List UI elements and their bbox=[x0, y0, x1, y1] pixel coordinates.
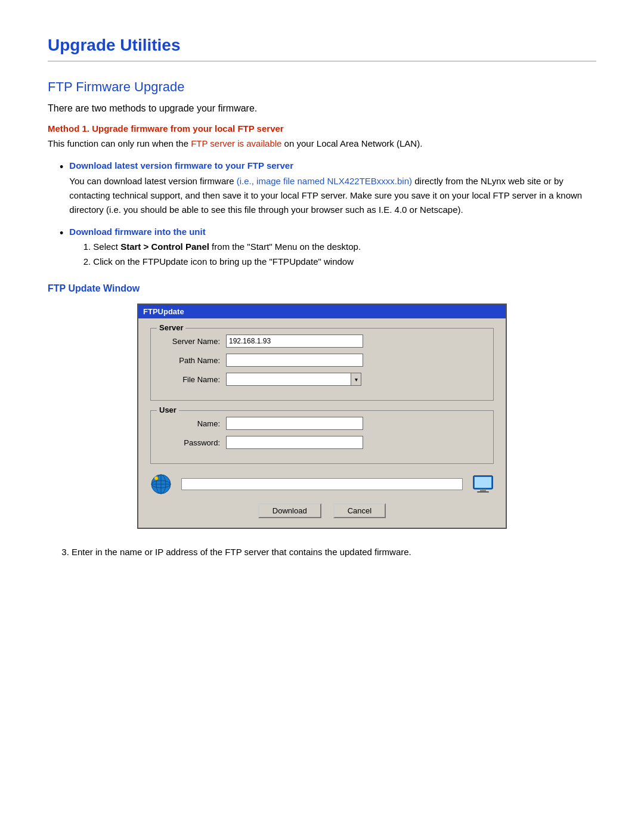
monitor-icon bbox=[472, 473, 494, 495]
dialog-title: FTPUpdate bbox=[138, 305, 506, 318]
path-name-input[interactable] bbox=[226, 354, 363, 367]
server-group-box: Server Server Name: Path Name: File Name… bbox=[150, 328, 494, 401]
intro-text: There are two methods to upgrade your fi… bbox=[48, 103, 596, 114]
file-name-row: File Name: ▾ bbox=[160, 373, 484, 386]
method1-heading: Method 1. Upgrade firmware from your loc… bbox=[48, 123, 596, 134]
method1-desc: This function can only run when the FTP … bbox=[48, 138, 596, 148]
section-title: FTP Firmware Upgrade bbox=[48, 79, 596, 95]
svg-rect-7 bbox=[475, 477, 491, 488]
step1-bold: Start > Control Panel bbox=[120, 241, 209, 252]
user-group-box: User Name: Password: bbox=[150, 410, 494, 464]
globe-icon bbox=[150, 473, 172, 495]
server-name-label: Server Name: bbox=[160, 337, 226, 346]
cancel-button[interactable]: Cancel bbox=[333, 503, 386, 518]
bullet-dot-2: • bbox=[60, 227, 63, 240]
method1-highlight: FTP server is available bbox=[191, 138, 281, 148]
server-group-label: Server bbox=[157, 323, 185, 332]
download-button[interactable]: Download bbox=[258, 503, 321, 518]
ftp-update-window-heading: FTP Update Window bbox=[48, 283, 596, 294]
numbered-list: Select Start > Control Panel from the "S… bbox=[93, 241, 361, 267]
step3-item: Enter in the name or IP address of the F… bbox=[72, 547, 596, 557]
file-name-label: File Name: bbox=[160, 375, 226, 384]
bullet-dot-1: • bbox=[60, 161, 63, 174]
step1-item: Select Start > Control Panel from the "S… bbox=[93, 241, 361, 252]
ftp-dialog: FTPUpdate Server Server Name: Path Name:… bbox=[137, 304, 507, 529]
file-name-input[interactable] bbox=[226, 373, 351, 386]
progress-bar bbox=[181, 478, 463, 490]
buttons-row: Download Cancel bbox=[150, 503, 494, 518]
bullet-section: • Download latest version firmware to yo… bbox=[60, 160, 596, 271]
bullet-item-2: • Download firmware into the unit Select… bbox=[60, 227, 596, 271]
bullet1-label: Download latest version firmware to your… bbox=[69, 160, 596, 171]
divider bbox=[48, 61, 596, 61]
progress-area bbox=[150, 473, 494, 495]
method1-desc-after: on your Local Area Network (LAN). bbox=[281, 138, 422, 148]
server-name-input[interactable] bbox=[226, 335, 363, 348]
svg-point-5 bbox=[154, 476, 158, 480]
bullet-item-1: • Download latest version firmware to yo… bbox=[60, 160, 596, 217]
password-label: Password: bbox=[160, 438, 226, 447]
svg-rect-9 bbox=[477, 491, 489, 493]
bullet1-body-before: You can download latest version firmware bbox=[69, 176, 236, 186]
svg-rect-8 bbox=[480, 489, 486, 491]
step3-list: Enter in the name or IP address of the F… bbox=[72, 547, 596, 557]
step1-before: Select bbox=[93, 241, 120, 252]
bullet1-body: You can download latest version firmware… bbox=[69, 174, 596, 217]
user-name-row: Name: bbox=[160, 417, 484, 430]
bullet-content-2: Download firmware into the unit Select S… bbox=[69, 227, 361, 271]
user-group-label: User bbox=[157, 405, 179, 414]
step2-item: Click on the FTPUpdate icon to bring up … bbox=[93, 256, 361, 267]
step1-after: from the "Start" Menu on the desktop. bbox=[209, 241, 361, 252]
bullet1-link: (i.e., image file named NLX422TEBxxxx.bi… bbox=[237, 176, 412, 186]
file-name-select-wrapper: ▾ bbox=[226, 373, 361, 386]
password-row: Password: bbox=[160, 436, 484, 449]
user-name-input[interactable] bbox=[226, 417, 363, 430]
user-name-label: Name: bbox=[160, 419, 226, 428]
bullet-content-1: Download latest version firmware to your… bbox=[69, 160, 596, 217]
method1-desc-before: This function can only run when the bbox=[48, 138, 191, 148]
bullet2-label: Download firmware into the unit bbox=[69, 227, 361, 237]
dialog-body: Server Server Name: Path Name: File Name… bbox=[138, 318, 506, 528]
page-title: Upgrade Utilities bbox=[48, 36, 596, 55]
path-name-label: Path Name: bbox=[160, 356, 226, 365]
dropdown-arrow-icon[interactable]: ▾ bbox=[351, 373, 361, 386]
server-name-row: Server Name: bbox=[160, 335, 484, 348]
password-input[interactable] bbox=[226, 436, 363, 449]
path-name-row: Path Name: bbox=[160, 354, 484, 367]
